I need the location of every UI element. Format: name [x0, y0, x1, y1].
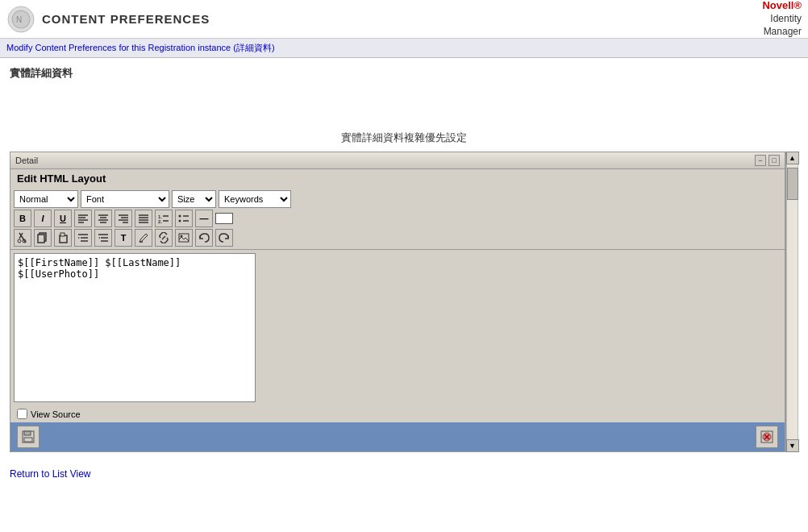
breadcrumb-link[interactable]: Modify Content Preferences for this Regi…: [6, 43, 275, 52]
toolbar-row-2: B I U 1.2.: [14, 210, 781, 227]
panel-title: Detail: [15, 156, 38, 165]
svg-rect-31: [38, 235, 44, 243]
toolbar-row-1: Normal Heading 1 Heading 2 Font Arial Ti…: [14, 190, 781, 208]
novell-sub1: Identity: [762, 13, 802, 26]
minimize-button[interactable]: −: [755, 155, 766, 166]
editor-header: Edit HTML Layout: [10, 169, 785, 188]
app-logo-icon: N: [6, 5, 35, 34]
size-select[interactable]: Size 8 10 12: [172, 190, 216, 208]
unordered-list-button[interactable]: [175, 210, 193, 227]
center-label: 實體詳細資料複雜優先設定: [10, 131, 798, 145]
insert-box-button[interactable]: [215, 213, 233, 224]
indent-button[interactable]: [74, 229, 92, 247]
view-source-label: View Source: [31, 409, 81, 419]
ordered-list-button[interactable]: 1.2.: [155, 210, 173, 227]
breadcrumb: Modify Content Preferences for this Regi…: [0, 39, 808, 58]
scroll-up-button[interactable]: ▲: [786, 152, 799, 164]
maximize-button[interactable]: □: [768, 155, 780, 166]
highlight-button[interactable]: [135, 229, 152, 247]
bold-button[interactable]: B: [14, 210, 31, 227]
html-editor[interactable]: $[[FirstName]] $[[LastName]] $[[UserPhot…: [14, 253, 256, 402]
toolbar: Normal Heading 1 Heading 2 Font Arial Ti…: [10, 188, 785, 250]
italic-button[interactable]: I: [34, 210, 52, 227]
image-button[interactable]: [175, 229, 193, 247]
align-center-button[interactable]: [94, 210, 112, 227]
undo-button[interactable]: [195, 229, 213, 247]
keywords-select[interactable]: Keywords FirstName LastName UserPhoto: [219, 190, 291, 208]
svg-text:2.: 2.: [158, 219, 162, 223]
svg-rect-33: [60, 233, 65, 236]
link-button[interactable]: [155, 229, 173, 247]
section-title: 實體詳細資料: [10, 66, 798, 81]
svg-text:N: N: [16, 15, 22, 24]
svg-rect-45: [24, 438, 32, 442]
return-link-container: Return to List View: [0, 460, 808, 488]
underline-button[interactable]: U: [54, 210, 72, 227]
svg-point-28: [18, 239, 21, 243]
header-left: N CONTENT PREFERENCES: [6, 5, 210, 34]
bottom-toolbar: [10, 422, 785, 451]
view-source-checkbox[interactable]: [17, 409, 27, 419]
novell-brand-name: Novell®: [762, 0, 802, 13]
return-link[interactable]: Return to List View: [10, 468, 91, 480]
main-content: 實體詳細資料 實體詳細資料複雜優先設定 Detail − □ Edit HTML…: [0, 58, 808, 460]
cut-button[interactable]: [14, 229, 31, 247]
header: N CONTENT PREFERENCES Novell® Identity M…: [0, 0, 808, 39]
novell-branding: Novell® Identity Manager: [762, 0, 802, 39]
cancel-button[interactable]: [756, 426, 778, 448]
panel-controls: − □: [755, 155, 780, 166]
horizontal-rule-button[interactable]: —: [195, 210, 213, 227]
scroll-track: [786, 164, 798, 439]
paste-button[interactable]: [54, 229, 72, 247]
outdent-button[interactable]: [94, 229, 112, 247]
redo-button[interactable]: [215, 229, 233, 247]
app-title: CONTENT PREFERENCES: [42, 12, 210, 26]
save-button[interactable]: [17, 426, 40, 448]
svg-point-24: [179, 220, 181, 222]
align-left-button[interactable]: [74, 210, 92, 227]
scroll-down-button[interactable]: ▼: [786, 439, 799, 452]
svg-point-42: [181, 235, 183, 238]
panel-wrapper: Detail − □ Edit HTML Layout Normal Headi…: [10, 152, 798, 452]
right-scrollbar: ▲ ▼: [785, 152, 798, 452]
panel-titlebar: Detail − □: [10, 152, 785, 169]
style-select[interactable]: Normal Heading 1 Heading 2: [14, 190, 78, 208]
view-source-row: View Source: [10, 405, 785, 422]
align-right-button[interactable]: [115, 210, 132, 227]
svg-point-22: [179, 215, 181, 218]
novell-sub2: Manager: [762, 26, 802, 39]
svg-rect-44: [24, 431, 31, 435]
font-select[interactable]: Font Arial Times New Roman: [81, 190, 169, 208]
scroll-thumb[interactable]: [787, 168, 798, 200]
toolbar-row-3: T: [14, 229, 781, 247]
text-format-button[interactable]: T: [115, 229, 132, 247]
editor-area: $[[FirstName]] $[[LastName]] $[[UserPhot…: [10, 250, 785, 405]
copy-button[interactable]: [34, 229, 52, 247]
justify-button[interactable]: [135, 210, 152, 227]
panel-container: Detail − □ Edit HTML Layout Normal Headi…: [10, 152, 785, 452]
